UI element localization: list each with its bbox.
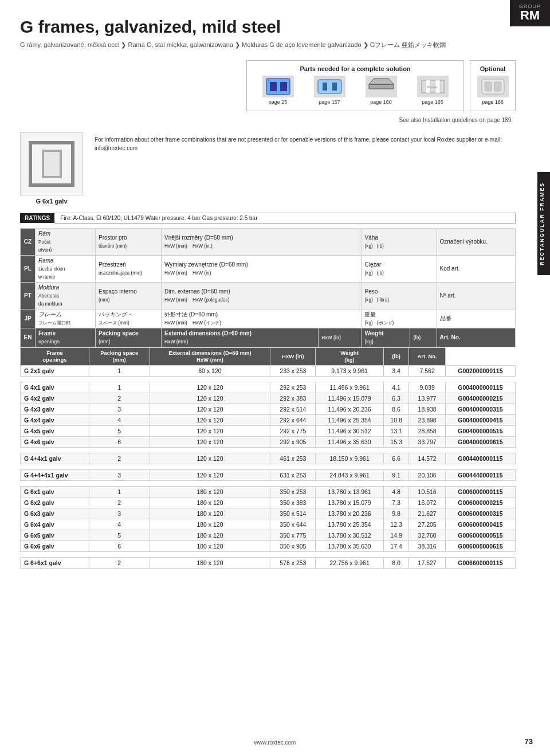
- svg-rect-5: [332, 83, 337, 91]
- row-lb: 33.797: [409, 437, 445, 448]
- lang-col1-cz: Rám Početotvorů: [36, 228, 96, 255]
- svg-rect-13: [485, 82, 492, 91]
- lang-col1-pt: Moldura Aberturasda moldura: [36, 282, 96, 309]
- table-gap: [21, 552, 516, 558]
- part-page-1: page 25: [262, 99, 294, 105]
- row-openings: 3: [89, 508, 150, 519]
- row-name: G 4x4 galv: [21, 415, 89, 426]
- row-kg: 9.8: [383, 508, 409, 519]
- lang-badge-pl: PL: [21, 255, 36, 282]
- row-lb: 14.572: [409, 453, 445, 464]
- product-image-area: G 6x1 galv: [20, 132, 83, 205]
- part-item-4: Roxtec page 165: [417, 76, 449, 105]
- row-openings: 5: [89, 530, 150, 541]
- col-frame-header: Frame openings: [21, 347, 89, 366]
- row-hxw-mm: 350 x 514: [270, 508, 316, 519]
- col-weight-lb-header: (lb): [383, 347, 409, 366]
- lang-col2-pt: Espaço interno(mm): [96, 282, 162, 309]
- row-openings: 4: [89, 415, 150, 426]
- row-lb: 17.527: [409, 558, 445, 569]
- lang-col4a-en: Weight(kg): [362, 328, 410, 347]
- row-lb: 21.627: [409, 508, 445, 519]
- table-gap: [21, 377, 516, 382]
- row-art: G004400000115: [445, 453, 515, 464]
- lang-col4-pt: Peso (kg) (libra): [362, 282, 437, 309]
- part-img-3: [366, 76, 397, 97]
- row-hxw-mm: 292 x 905: [270, 437, 316, 448]
- row-packing: 120 x 120: [150, 426, 270, 437]
- table-row: G 4x6 galv 6 120 x 120 292 x 905 11.496 …: [21, 437, 516, 448]
- lang-badge-en: EN: [21, 328, 36, 347]
- row-kg: 9.1: [383, 470, 409, 481]
- parts-section: Parts needed for a complete solution pag…: [20, 60, 516, 111]
- product-description: For information about other frame combin…: [95, 132, 516, 152]
- row-name: G 6x6 galv: [21, 541, 89, 552]
- row-art: G006000000415: [445, 519, 515, 530]
- row-hxw-in: 24.843 x 9.961: [316, 470, 383, 481]
- row-name: G 2x1 galv: [21, 366, 89, 377]
- svg-rect-4: [323, 83, 327, 91]
- lang-col4-cz: Váha (kg) (lb): [362, 228, 437, 255]
- row-packing: 120 x 120: [150, 453, 270, 464]
- see-also: See also Installation guidelines on page…: [20, 117, 516, 123]
- row-lb: 16.072: [409, 498, 445, 508]
- lang-col5-pl: Kod art.: [437, 255, 515, 282]
- svg-marker-7: [369, 79, 394, 84]
- row-openings: 1: [89, 366, 150, 377]
- row-lb: 38.316: [409, 541, 445, 552]
- product-image-inner: [29, 141, 74, 187]
- row-hxw-in: 11.496 x 25.354: [316, 415, 383, 426]
- lang-col1-jp: フレーム フレーム開口部: [36, 309, 96, 328]
- part-img-2: [314, 76, 345, 97]
- language-headers-table: CZ Rám Početotvorů Prostor protěsnění (m…: [20, 228, 516, 347]
- row-art: G006600000115: [445, 558, 515, 569]
- table-row: G 6x4 galv 4 180 x 120 350 x 644 13.780 …: [21, 519, 516, 530]
- lang-badge-pt: PT: [21, 282, 36, 309]
- row-hxw-mm: 350 x 253: [270, 487, 316, 498]
- svg-rect-2: [280, 82, 287, 91]
- row-hxw-mm: 631 x 253: [270, 470, 316, 481]
- row-hxw-in: 11.496 x 15.079: [316, 393, 383, 404]
- row-name: G 6x5 galv: [21, 530, 89, 541]
- part-page-2: page 157: [314, 99, 345, 105]
- col-packing-header: Packing space (mm): [89, 347, 150, 366]
- lang-col2-en: Packing space(mm): [96, 328, 162, 347]
- optional-box: Optional page 166: [470, 60, 516, 111]
- row-openings: 5: [89, 426, 150, 437]
- row-openings: 3: [89, 470, 150, 481]
- row-kg: 10.8: [383, 415, 409, 426]
- part-item-1: page 25: [262, 76, 294, 105]
- parts-needed-title: Parts needed for a complete solution: [255, 65, 455, 72]
- row-hxw-mm: 350 x 905: [270, 541, 316, 552]
- row-openings: 2: [89, 453, 150, 464]
- row-hxw-in: 11.496 x 9.961: [316, 382, 383, 393]
- lang-col5-jp: 品番: [437, 309, 515, 328]
- row-kg: 13.1: [383, 426, 409, 437]
- page-number: 73: [525, 737, 533, 746]
- table-row: G 6x6 galv 6 180 x 120 350 x 905 13.780 …: [21, 541, 516, 552]
- row-packing: 180 x 120: [150, 487, 270, 498]
- row-art: G004000000615: [445, 437, 515, 448]
- row-kg: 8.6: [383, 404, 409, 415]
- row-packing: 180 x 120: [150, 530, 270, 541]
- table-row: G 2x1 galv 1 60 x 120 233 x 253 9.173 x …: [21, 366, 516, 377]
- ratings-label: RATINGS: [20, 213, 54, 223]
- row-kg: 12.3: [383, 519, 409, 530]
- row-name: G 6x1 galv: [21, 487, 89, 498]
- lang-col2-pl: Przestrzeńuszczelniająca (mm): [96, 255, 162, 282]
- row-hxw-in: 11.496 x 35.630: [316, 437, 383, 448]
- row-hxw-in: 11.496 x 20.236: [316, 404, 383, 415]
- table-row: G 4x3 galv 3 120 x 120 292 x 514 11.496 …: [21, 404, 516, 415]
- lang-row-cz: CZ Rám Početotvorů Prostor protěsnění (m…: [21, 228, 516, 255]
- row-packing: 120 x 120: [150, 437, 270, 448]
- row-packing: 180 x 120: [150, 519, 270, 530]
- row-art: G004000000515: [445, 426, 515, 437]
- table-row: G 6x1 galv 1 180 x 120 350 x 253 13.780 …: [21, 487, 516, 498]
- lang-badge-jp: JP: [21, 309, 36, 328]
- row-hxw-mm: 292 x 644: [270, 415, 316, 426]
- row-openings: 1: [89, 487, 150, 498]
- lang-col3-jp: 外形寸法 (D=60 mm) HxW (mm) HxW (インチ): [162, 309, 362, 328]
- svg-rect-14: [494, 82, 501, 91]
- lang-col5-en: Art. No.: [437, 328, 515, 347]
- row-hxw-mm: 292 x 383: [270, 393, 316, 404]
